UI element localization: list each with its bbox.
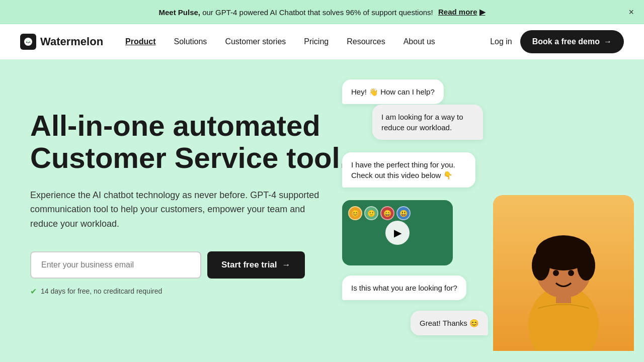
nav-link-resources[interactable]: Resources bbox=[340, 33, 392, 50]
person-silhouette bbox=[493, 195, 634, 351]
avatar-4: 😃 bbox=[396, 206, 411, 220]
announcement-banner: Meet Pulse, our GPT-4 powered AI Chatbot… bbox=[0, 0, 644, 24]
start-trial-button[interactable]: Start free trial → bbox=[207, 251, 305, 279]
nav-link-pricing[interactable]: Pricing bbox=[297, 33, 336, 50]
nav-link-about-us[interactable]: About us bbox=[396, 33, 442, 50]
banner-text: Meet Pulse, our GPT-4 powered AI Chatbot… bbox=[158, 8, 485, 17]
chat-bubble-6: Great! Thanks 😊 bbox=[411, 311, 488, 335]
main-nav: Watermelon Product Solutions Customer st… bbox=[0, 24, 644, 59]
chat-preview: Hey! 👋 How can I help? I am looking for … bbox=[332, 74, 644, 351]
avatar-3: 😄 bbox=[380, 206, 394, 220]
logo[interactable]: Watermelon bbox=[20, 34, 103, 50]
chat-video-bubble[interactable]: 😊 🙂 😄 😃 ▶ bbox=[342, 200, 453, 265]
book-demo-button[interactable]: Book a free demo → bbox=[520, 30, 624, 53]
chat-bubble-2: I am looking for a way to reduce our wor… bbox=[372, 105, 483, 140]
hero-content: All-in-one automated Customer Service to… bbox=[30, 89, 372, 296]
chat-bubble-3: I have the perfect thing for you. Check … bbox=[342, 152, 475, 188]
chat-bubble-5: Is this what you are looking for? bbox=[342, 276, 466, 300]
avatar-2: 🙂 bbox=[364, 206, 378, 220]
banner-product-name: Meet Pulse, bbox=[158, 8, 200, 16]
svg-rect-11 bbox=[556, 293, 571, 303]
avatar-1: 😊 bbox=[348, 206, 362, 220]
svg-point-10 bbox=[568, 270, 574, 276]
person-svg bbox=[513, 215, 614, 351]
logo-text: Watermelon bbox=[40, 35, 103, 48]
hero-title: All-in-one automated Customer Service to… bbox=[30, 110, 372, 174]
hero-note: ✔ 14 days for free, no creditcard requir… bbox=[30, 287, 372, 296]
checkmark-icon: ✔ bbox=[30, 287, 37, 296]
watermelon-logo-svg bbox=[23, 37, 33, 47]
hero-description: Experience the AI chatbot technology as … bbox=[30, 188, 322, 231]
svg-point-2 bbox=[28, 42, 29, 43]
svg-point-7 bbox=[532, 250, 550, 281]
svg-point-3 bbox=[29, 42, 30, 43]
banner-read-more-link[interactable]: Read more ▶ bbox=[438, 8, 486, 17]
nav-links-container: Product Solutions Customer stories Prici… bbox=[118, 33, 490, 50]
logo-icon bbox=[20, 34, 36, 50]
video-avatars: 😊 🙂 😄 😃 bbox=[348, 206, 411, 220]
svg-point-9 bbox=[553, 270, 559, 276]
nav-link-solutions[interactable]: Solutions bbox=[167, 33, 214, 50]
email-input[interactable] bbox=[30, 251, 201, 279]
nav-link-product[interactable]: Product bbox=[118, 33, 163, 50]
play-button[interactable]: ▶ bbox=[385, 221, 410, 245]
hero-form: Start free trial → bbox=[30, 251, 372, 279]
banner-close-button[interactable]: × bbox=[628, 8, 634, 17]
nav-actions: Log in Book a free demo → bbox=[490, 30, 624, 53]
chat-bubbles-container: Hey! 👋 How can I help? I am looking for … bbox=[332, 74, 644, 351]
person-image bbox=[493, 195, 634, 351]
nav-link-customer-stories[interactable]: Customer stories bbox=[218, 33, 293, 50]
svg-point-1 bbox=[26, 42, 27, 43]
svg-point-8 bbox=[577, 250, 595, 281]
login-link[interactable]: Log in bbox=[490, 37, 512, 46]
chat-bubble-1: Hey! 👋 How can I help? bbox=[342, 79, 444, 104]
hero-section: All-in-one automated Customer Service to… bbox=[0, 59, 644, 351]
banner-body: our GPT-4 powered AI Chatbot that solves… bbox=[202, 8, 433, 16]
